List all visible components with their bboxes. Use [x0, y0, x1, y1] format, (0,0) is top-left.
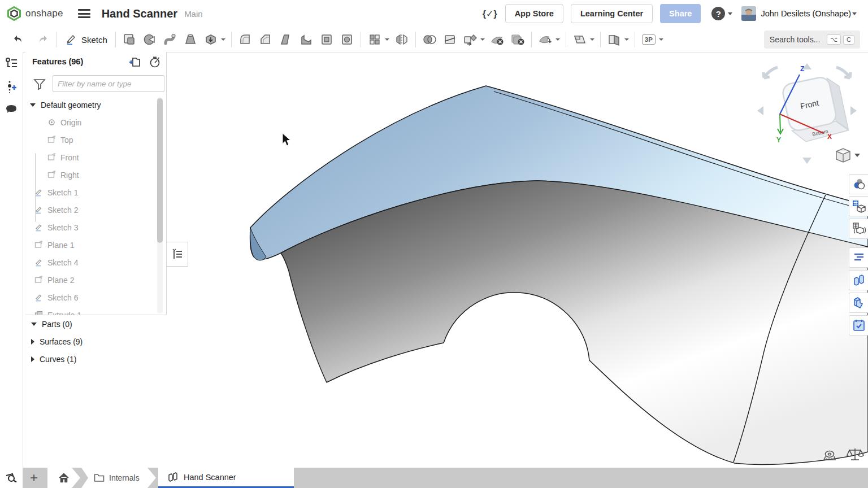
section-label: Curves (1)	[40, 355, 76, 364]
feature-tree: Default geometry Origin Top	[25, 96, 167, 315]
feature-list-toggle-icon[interactable]	[0, 52, 23, 75]
chamfer-icon[interactable]	[255, 29, 276, 50]
folder-tab-internals[interactable]: Internals	[81, 468, 156, 488]
chevron-down-icon[interactable]	[555, 38, 560, 41]
filter-icon[interactable]	[33, 78, 46, 93]
bottom-search-box[interactable]	[0, 468, 23, 488]
onshape-logo[interactable]: onshape	[7, 6, 63, 21]
appearance-panel-button[interactable]	[849, 174, 868, 194]
workspace-label[interactable]: Main	[184, 9, 203, 19]
shell-icon[interactable]	[316, 29, 337, 50]
part-studio-panel-button[interactable]	[849, 293, 868, 313]
chevron-down-icon[interactable]	[221, 38, 225, 41]
home-tab[interactable]	[47, 468, 80, 488]
mirror-icon[interactable]	[392, 29, 412, 50]
help-menu[interactable]: ?	[711, 7, 736, 20]
featurescript-icon[interactable]: {✓}	[483, 8, 497, 19]
tree-guide-line	[35, 153, 36, 222]
feature-tree-row[interactable]: Origin	[25, 114, 167, 131]
search-tools[interactable]: Search tools... ⌥ C	[764, 30, 860, 49]
chevron-down-icon[interactable]	[385, 38, 389, 41]
schedule-panel-button[interactable]	[849, 315, 868, 336]
scrollbar-thumb[interactable]	[157, 98, 163, 243]
filter-input[interactable]	[53, 75, 164, 92]
three-point-plane-button[interactable]: 3P	[639, 29, 659, 50]
plane-icon	[47, 153, 56, 162]
tab-hand-scanner[interactable]: Hand Scanner	[158, 468, 294, 488]
feature-tree-row[interactable]: Default geometry	[25, 96, 167, 114]
feature-tree-row[interactable]: Extrude 1	[25, 306, 167, 315]
list-section-header[interactable]: Surfaces (9)	[25, 333, 167, 350]
create-version-icon[interactable]	[0, 76, 23, 98]
main-menu-icon[interactable]	[78, 7, 90, 20]
extrude-icon[interactable]	[119, 29, 140, 50]
feature-tree-row[interactable]: Plane 1	[25, 236, 167, 254]
move-face-icon[interactable]	[535, 29, 555, 50]
transform-icon[interactable]	[460, 29, 480, 50]
chevron-down-icon[interactable]	[480, 38, 485, 41]
toolbar-separator	[531, 32, 532, 47]
rib-icon[interactable]	[296, 29, 316, 50]
delete-face-icon[interactable]	[487, 29, 507, 50]
fillet-icon[interactable]	[235, 29, 255, 50]
feature-statistics-button[interactable]	[849, 247, 868, 268]
sweep-icon[interactable]	[160, 29, 180, 50]
viewcube-arrow-left	[757, 106, 763, 115]
linear-pattern-icon[interactable]	[364, 29, 385, 50]
feature-tree-row[interactable]: Sketch 4	[25, 254, 167, 271]
undo-button[interactable]	[8, 29, 28, 50]
draft-icon[interactable]	[276, 29, 296, 50]
parts-panel-button[interactable]	[849, 270, 868, 290]
feature-tree-row[interactable]: Sketch 3	[25, 219, 167, 236]
list-section-header[interactable]: Parts (0)	[25, 315, 167, 333]
chevron-down-icon[interactable]	[590, 38, 594, 41]
add-tab-button[interactable]: +	[23, 468, 45, 488]
redo-button[interactable]	[33, 29, 53, 50]
feature-tree-row[interactable]: Top	[25, 131, 167, 149]
chevron-down-icon[interactable]	[659, 38, 663, 41]
features-panel-border	[166, 52, 167, 315]
feature-tree-row[interactable]: Sketch 1	[25, 184, 167, 201]
comments-icon[interactable]	[0, 98, 23, 121]
feature-tree-scrollbar[interactable]	[157, 97, 163, 313]
share-button[interactable]: Share	[660, 4, 701, 23]
revolve-icon[interactable]	[140, 29, 160, 50]
sketch-button[interactable]: Sketch	[60, 29, 112, 50]
active-tab-label: Hand Scanner	[184, 473, 236, 482]
delete-part-icon[interactable]	[507, 29, 528, 50]
feature-tree-row[interactable]: Front	[25, 149, 167, 166]
hole-icon[interactable]	[337, 29, 357, 50]
chevron-down-icon[interactable]	[624, 38, 629, 41]
split-icon[interactable]	[440, 29, 460, 50]
feature-tree-label: Sketch 3	[47, 223, 78, 232]
avatar[interactable]	[741, 6, 756, 21]
list-section-header[interactable]: Curves (1)	[25, 350, 167, 368]
named-views-button[interactable]	[849, 196, 868, 216]
surface-tool-icon[interactable]	[604, 29, 624, 50]
boolean-icon[interactable]	[419, 29, 440, 50]
feature-tree-row[interactable]: Sketch 6	[25, 289, 167, 306]
collapse-list-icon	[171, 247, 184, 261]
new-folder-icon[interactable]	[128, 56, 141, 70]
thicken-icon[interactable]	[201, 29, 221, 50]
toolbar-separator	[231, 32, 232, 47]
collapse-panel-handle[interactable]	[167, 242, 188, 267]
search-tools-label: Search tools...	[770, 35, 821, 44]
feature-tree-row[interactable]: Plane 2	[25, 271, 167, 289]
plane-tool-icon[interactable]	[570, 29, 590, 50]
view-options-button[interactable]	[836, 149, 860, 162]
learning-center-button[interactable]: Learning Center	[571, 4, 653, 23]
plane-icon	[47, 136, 56, 144]
feature-tree-label: Right	[60, 171, 79, 180]
feature-tree-row[interactable]: Sketch 2	[25, 201, 167, 219]
viewcube-rotate-cw	[836, 67, 850, 78]
user-menu[interactable]: John Desilets (Onshape)	[761, 9, 851, 18]
feature-tree-row[interactable]: Right	[25, 166, 167, 184]
tab-bar: + Internals Hand Scanner	[23, 468, 868, 488]
chevron-down-icon[interactable]	[30, 103, 36, 107]
loft-icon[interactable]	[180, 29, 201, 50]
rollback-history-icon[interactable]	[149, 56, 161, 70]
display-states-button[interactable]	[849, 219, 868, 239]
app-store-button[interactable]: App Store	[505, 4, 563, 23]
features-panel-title: Features (96)	[32, 57, 83, 66]
